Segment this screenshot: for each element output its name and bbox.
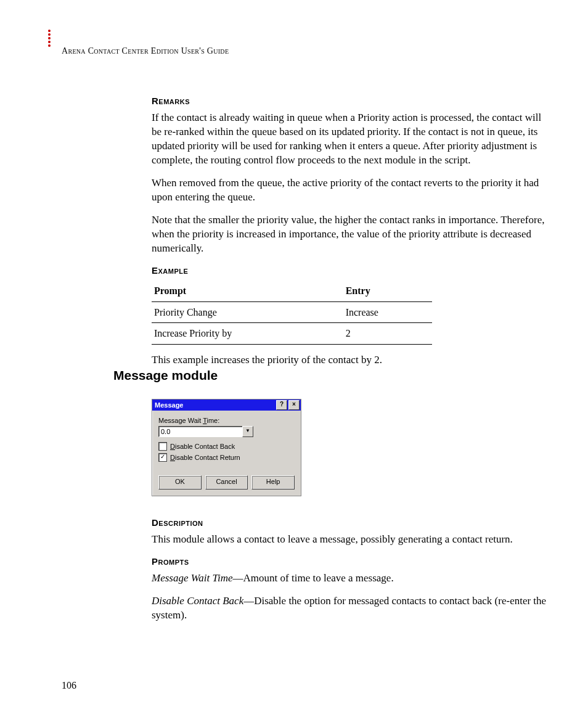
prompt-disable-contact-back: Disable Contact Back—Disable the option … (152, 594, 552, 623)
close-icon[interactable]: × (288, 400, 300, 410)
example-col-entry: Entry (343, 281, 432, 301)
prompt-term: Message Wait Time (152, 572, 233, 584)
help-button[interactable]: Help (251, 475, 295, 490)
page-number: 106 (62, 680, 76, 691)
example-cell: 2 (343, 323, 432, 345)
table-row: Priority Change Increase (152, 301, 432, 323)
example-cell: Increase (343, 301, 432, 323)
prompt-message-wait-time: Message Wait Time—Amount of time to leav… (152, 572, 552, 586)
table-row: Increase Priority by 2 (152, 323, 432, 345)
disable-contact-back-label: Disable Contact Back (170, 443, 235, 450)
example-heading: Example (152, 264, 552, 277)
cancel-button[interactable]: Cancel (205, 475, 248, 490)
prompts-heading: Prompts (152, 555, 552, 568)
chevron-down-icon[interactable]: ▼ (242, 426, 253, 437)
remarks-paragraph-3: Note that the smaller the priority value… (152, 213, 552, 256)
disable-contact-return-label: Disable Contact Return (170, 454, 240, 461)
prompt-def: —Amount of time to leave a message. (233, 572, 394, 584)
message-dialog: Message ? × Message Wait Time: 0.0 ▼ Dis… (152, 399, 301, 496)
example-table: Prompt Entry Priority Change Increase In… (152, 281, 432, 345)
remarks-paragraph-2: When removed from the queue, the active … (152, 176, 552, 205)
example-caption: This example increases the priority of t… (152, 353, 552, 367)
description-heading: Description (152, 517, 552, 529)
description-text: This module allows a contact to leave a … (152, 533, 552, 547)
wait-time-input[interactable]: 0.0 (158, 426, 242, 437)
decorative-bullets (48, 30, 51, 47)
wait-time-label: Message Wait Time: (158, 417, 295, 424)
example-col-prompt: Prompt (152, 281, 343, 301)
wait-time-combo[interactable]: 0.0 ▼ (158, 426, 253, 437)
prompt-term: Disable Contact Back (152, 595, 243, 607)
dialog-title-text: Message (155, 401, 183, 409)
example-cell: Priority Change (152, 301, 343, 323)
disable-contact-back-checkbox[interactable] (158, 442, 167, 451)
running-head: Arena Contact Center Edition User's Guid… (62, 46, 229, 56)
remarks-paragraph-1: If the contact is already waiting in que… (152, 111, 552, 168)
help-icon[interactable]: ? (276, 400, 287, 410)
example-cell: Increase Priority by (152, 323, 343, 345)
disable-contact-return-checkbox[interactable]: ✓ (158, 453, 167, 462)
ok-button[interactable]: OK (158, 475, 202, 490)
dialog-titlebar[interactable]: Message ? × (152, 399, 301, 411)
section-title-message-module: Message module (113, 368, 218, 383)
remarks-heading: Remarks (152, 95, 552, 107)
